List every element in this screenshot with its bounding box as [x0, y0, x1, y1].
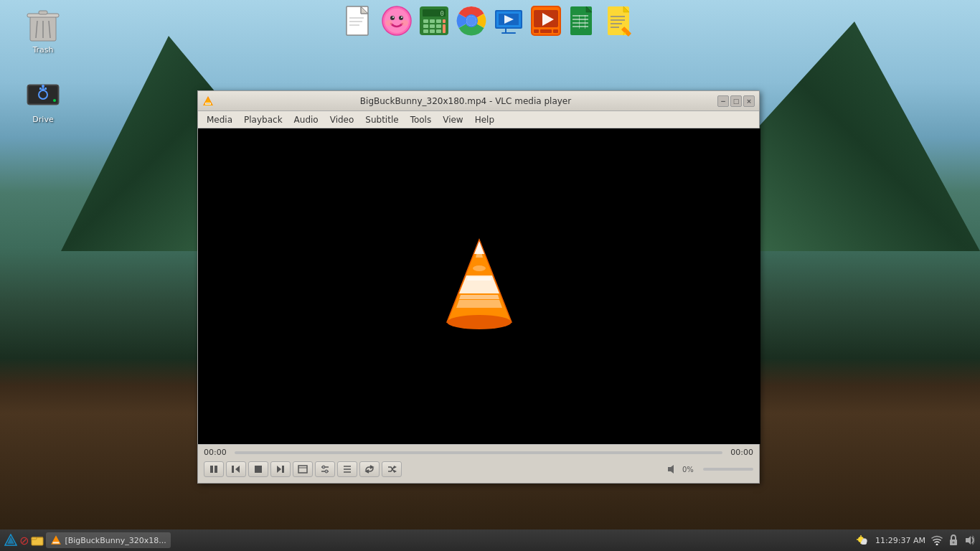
vlc-menu-video[interactable]: Video	[324, 113, 360, 126]
svg-marker-114	[668, 465, 674, 474]
vlc-playlist-btn[interactable]	[337, 461, 357, 477]
svg-marker-113	[394, 470, 397, 473]
sound-icon-btn[interactable]	[964, 535, 976, 545]
trash-icon	[26, 8, 60, 42]
vlc-extended-btn[interactable]	[315, 461, 335, 477]
svg-rect-99	[232, 466, 234, 473]
taskbar-files-icon[interactable]	[31, 534, 44, 546]
vlc-loop-btn[interactable]	[359, 461, 380, 477]
stop-icon	[254, 465, 263, 474]
fullscreen-icon	[298, 465, 308, 474]
vlc-minimize-btn[interactable]: −	[717, 95, 729, 107]
svg-point-13	[385, 20, 392, 26]
desktop: 0	[0, 0, 980, 551]
files-icon	[31, 534, 44, 546]
svg-text:0: 0	[440, 10, 444, 17]
lock-icon-btn[interactable]	[948, 534, 958, 546]
svg-rect-26	[423, 29, 428, 33]
drive-label: Drive	[32, 115, 53, 124]
vlc-video-area[interactable]	[198, 128, 760, 444]
vlc-logo	[436, 236, 522, 336]
vlc-window-buttons: − □ ×	[717, 95, 755, 107]
vlc-prev-btn[interactable]	[226, 461, 246, 477]
trash-desktop-icon[interactable]: Trash	[14, 2, 72, 60]
vlc-next-btn[interactable]	[270, 461, 291, 477]
svg-marker-98	[235, 466, 240, 473]
svg-rect-103	[298, 466, 307, 473]
vlc-random-btn[interactable]	[382, 461, 402, 477]
lock-icon	[948, 534, 958, 546]
svg-rect-52	[579, 15, 580, 29]
svg-rect-27	[430, 29, 435, 33]
notes-icon-btn[interactable]	[603, 4, 638, 38]
vlc-menu-audio[interactable]: Audio	[288, 113, 324, 126]
svg-rect-120	[53, 542, 60, 543]
svg-point-11	[392, 17, 394, 18]
vlc-close-btn[interactable]: ×	[743, 95, 755, 107]
vlc-menu-playback[interactable]: Playback	[238, 113, 288, 126]
svg-point-32	[466, 16, 476, 26]
vlc-seekbar-row: 00:00 00:00	[198, 445, 759, 458]
weather-icon-btn[interactable]	[855, 534, 870, 546]
trash-label: Trash	[32, 45, 53, 55]
vlc-volume-pct: 0%	[682, 466, 700, 474]
smiley-icon-btn[interactable]	[380, 4, 414, 38]
taskbar-anon-icon[interactable]: ⊘	[19, 534, 29, 547]
svg-point-79	[53, 99, 56, 102]
vlc-menu-media[interactable]: Media	[201, 113, 238, 126]
svg-marker-101	[277, 466, 281, 473]
vlc-pause-btn[interactable]	[204, 461, 224, 477]
sound-icon	[964, 535, 976, 545]
svg-point-90	[447, 315, 512, 329]
vlc-maximize-btn[interactable]: □	[730, 95, 742, 107]
svg-rect-49	[573, 19, 588, 20]
taskbar-vlc-btn[interactable]: [BigBuckBunny_320x18...	[46, 532, 170, 548]
sheets-icon	[569, 5, 598, 37]
svg-rect-51	[573, 26, 588, 27]
wifi-icon	[931, 535, 943, 545]
vlc-fullscreen-btn[interactable]	[293, 461, 313, 477]
sheets-icon-btn[interactable]	[566, 4, 600, 38]
vlc-volume-bar[interactable]	[703, 468, 753, 471]
drive-desktop-icon[interactable]: Drive	[14, 72, 72, 130]
vlc-menu-tools[interactable]: Tools	[405, 113, 438, 126]
svg-rect-43	[534, 29, 539, 33]
video-player-icon-btn[interactable]	[529, 4, 563, 38]
svg-point-9	[390, 16, 395, 20]
volume-icon	[666, 463, 679, 475]
svg-marker-112	[394, 466, 397, 468]
svg-rect-22	[423, 24, 428, 28]
vlc-menu-help[interactable]: Help	[469, 113, 500, 126]
svg-rect-45	[553, 29, 558, 33]
vlc-seekbar[interactable]	[235, 451, 722, 454]
vlc-stop-btn[interactable]	[248, 461, 268, 477]
svg-point-130	[953, 542, 955, 544]
presentation-icon-btn[interactable]	[491, 4, 526, 38]
svg-marker-131	[966, 536, 971, 545]
new-file-icon-btn[interactable]	[342, 4, 377, 38]
svg-point-95	[473, 265, 486, 271]
vlc-menu-view[interactable]: View	[437, 113, 468, 126]
video-player-icon	[531, 6, 561, 36]
presentation-icon	[494, 6, 524, 36]
svg-rect-66	[39, 11, 47, 14]
svg-rect-50	[573, 22, 588, 24]
svg-point-14	[401, 20, 408, 26]
weather-icon	[855, 534, 870, 546]
smiley-icon	[382, 6, 412, 36]
vlc-controls: 00:00 00:00	[198, 444, 759, 483]
svg-marker-93	[459, 295, 499, 299]
svg-rect-25	[443, 24, 446, 33]
svg-point-12	[401, 17, 402, 18]
chrome-icon-btn[interactable]	[454, 4, 489, 38]
svg-rect-21	[443, 19, 446, 23]
svg-rect-28	[436, 29, 441, 33]
taskbar-arch-icon[interactable]	[4, 534, 17, 547]
svg-point-108	[325, 470, 328, 473]
vlc-menu-subtitle[interactable]: Subtitle	[359, 113, 404, 126]
svg-rect-18	[423, 19, 428, 23]
svg-rect-23	[430, 24, 435, 28]
wifi-icon-btn[interactable]	[931, 535, 943, 545]
calculator-icon-btn[interactable]: 0	[417, 4, 451, 38]
svg-point-74	[42, 85, 44, 88]
